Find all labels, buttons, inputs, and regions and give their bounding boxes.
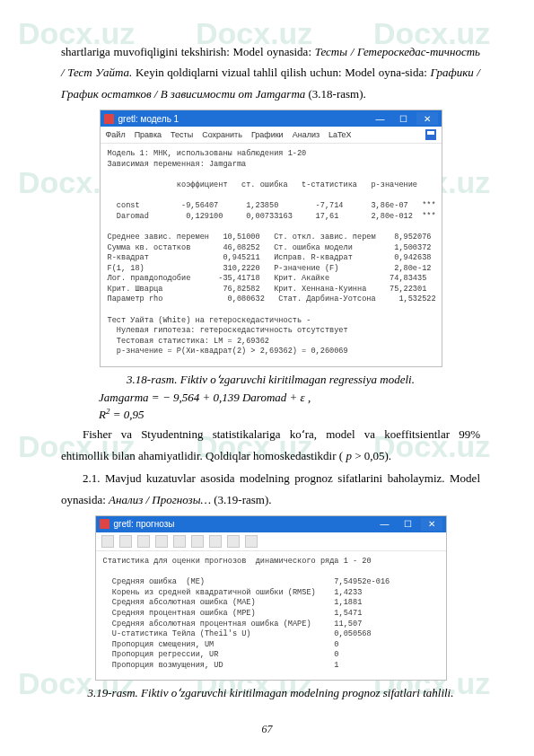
figure-caption: 3.19-rasm. Fiktiv oʻzgaruvchi kiritilmag…: [61, 686, 480, 700]
body-paragraph: Fisher va Styudentning statistikalariga …: [61, 424, 480, 466]
menu-graphs[interactable]: Графики: [251, 130, 284, 139]
toolbar-button[interactable]: [227, 535, 240, 548]
minimize-button[interactable]: —: [374, 518, 396, 531]
close-button[interactable]: ✕: [421, 518, 442, 531]
toolbar-button[interactable]: [137, 535, 150, 548]
figure-caption: 3.18-rasm. Fiktiv oʻzgaruvchi kiritilmag…: [61, 373, 480, 387]
gretl-model-window: gretl: модель 1 — ☐ ✕ Файл Правка Тесты …: [100, 110, 442, 367]
menu-analysis[interactable]: Анализ: [293, 130, 320, 139]
text: > 0,05).: [352, 449, 391, 462]
maximize-button[interactable]: ☐: [398, 518, 419, 531]
text: (3.18-rasm).: [305, 87, 366, 101]
page-content: shartlariga muvofiqligini tekshirish: Mo…: [0, 0, 534, 756]
menu-file[interactable]: Файл: [106, 130, 126, 139]
eq-symbol: R: [99, 408, 106, 421]
menubar: Файл Правка Тесты Сохранить Графики Анал…: [101, 127, 442, 144]
toolbar-button[interactable]: [191, 535, 204, 548]
text: shartlariga muvofiqligini tekshirish: Mo…: [61, 45, 315, 58]
toolbar-button[interactable]: [101, 535, 114, 548]
text-italic: Анализ / Прогнозы…: [109, 493, 211, 506]
body-paragraph: 2.1. Mavjud kuzatuvlar asosida modelning…: [61, 468, 480, 510]
minimize-button[interactable]: —: [370, 112, 391, 125]
page-number: 67: [0, 723, 534, 736]
toolbar: [96, 532, 446, 551]
toolbar-button[interactable]: [245, 535, 258, 548]
toolbar-button[interactable]: [209, 535, 222, 548]
window-title: gretl: прогнозы: [114, 519, 374, 529]
titlebar: gretl: модель 1 — ☐ ✕: [101, 110, 442, 127]
eq-value: = 0,95: [113, 408, 144, 421]
gretl-forecast-window: gretl: прогнозы — ☐ ✕ Статистика для оце…: [95, 515, 447, 681]
text-italic: p: [343, 449, 352, 462]
text: (3.19-rasm).: [211, 493, 272, 506]
menu-save[interactable]: Сохранить: [202, 130, 242, 139]
text: Keyin qoldiqlarni vizual tahlil qilish u…: [132, 66, 430, 79]
close-button[interactable]: ✕: [416, 112, 438, 125]
eq-superscript: 2: [106, 407, 110, 416]
toolbar-button[interactable]: [119, 535, 132, 548]
maximize-button[interactable]: ☐: [393, 112, 415, 125]
model-output: Модель 1: МНК, использованы наблюдения 1…: [101, 144, 442, 366]
text: Fisher va Styudentning statistikalariga …: [61, 427, 480, 462]
app-icon: [100, 519, 109, 529]
body-paragraph: shartlariga muvofiqligini tekshirish: Mo…: [61, 41, 480, 104]
menu-edit[interactable]: Правка: [135, 130, 162, 139]
equation: Jamgarma = − 9,564 + 0,139 Daromad + ε ,: [99, 391, 480, 405]
titlebar: gretl: прогнозы — ☐ ✕: [96, 516, 446, 532]
window-controls: — ☐ ✕: [370, 112, 438, 125]
save-icon[interactable]: [425, 129, 436, 140]
menu-tests[interactable]: Тесты: [171, 130, 193, 139]
forecast-output: Статистика для оценки прогнозов динамиче…: [96, 551, 446, 681]
app-icon: [104, 114, 114, 124]
toolbar-button[interactable]: [173, 535, 186, 548]
window-title: gretl: модель 1: [118, 114, 370, 124]
toolbar-button[interactable]: [155, 535, 168, 548]
menu-latex[interactable]: LaTeX: [328, 130, 352, 139]
equation: R2 = 0,95: [99, 407, 480, 422]
window-controls: — ☐ ✕: [374, 518, 442, 531]
